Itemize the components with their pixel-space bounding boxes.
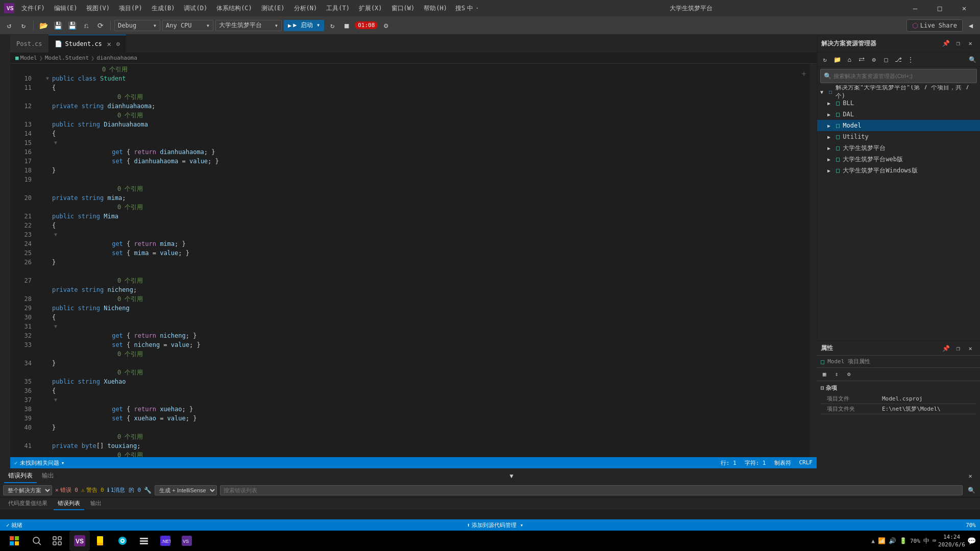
ime-dot[interactable]: · xyxy=(475,5,479,12)
error-search-input[interactable] xyxy=(220,485,963,495)
redo-icon[interactable]: ⟳ xyxy=(94,19,107,32)
taskbar-tools-icon[interactable] xyxy=(134,531,154,551)
maximize-button[interactable]: □ xyxy=(928,0,951,16)
refresh-icon[interactable]: ↺ xyxy=(3,19,15,32)
menu-architecture[interactable]: 体系结构(C) xyxy=(212,2,256,15)
undo-icon[interactable]: ⎌ xyxy=(80,19,92,32)
tab-close-button[interactable]: ✕ xyxy=(105,40,113,48)
se-folder-icon[interactable]: 📁 xyxy=(831,54,843,65)
menu-tools[interactable]: 工具(T) xyxy=(322,2,354,15)
prop-sort-btn[interactable]: ⇕ xyxy=(831,369,842,380)
tree-item-platform-web[interactable]: ▶ □ 大学生筑梦平台web版 xyxy=(817,154,980,165)
status-git[interactable]: ✓ 就绪 xyxy=(4,521,24,529)
menu-project[interactable]: 项目(P) xyxy=(115,2,146,15)
breadcrumb-field[interactable]: dianhuahaoma xyxy=(96,55,137,61)
taskbar-net-icon[interactable]: .NET xyxy=(155,531,176,551)
stop-icon[interactable]: ■ xyxy=(340,19,353,32)
tab-settings-icon[interactable]: ⚙ xyxy=(116,40,120,47)
open-icon[interactable]: 📂 xyxy=(37,19,50,32)
add-line-button[interactable]: + xyxy=(801,69,806,79)
prop-close-button[interactable]: ✕ xyxy=(965,343,976,354)
taskbar-clock[interactable]: 14:24 2020/6/6 xyxy=(938,533,965,549)
warning-count-badge[interactable]: ⚠ 警告 0 xyxy=(81,486,104,494)
refresh-btn2[interactable]: ↻ xyxy=(326,19,338,32)
warning-chevron[interactable]: ▾ xyxy=(61,460,65,466)
tree-item-utility[interactable]: ▶ □ Utility xyxy=(817,131,980,142)
fold-icon-31[interactable]: ▼ xyxy=(52,323,59,330)
se-home-icon[interactable]: ⌂ xyxy=(844,54,855,65)
breadcrumb-model-student[interactable]: Model.Student xyxy=(45,55,89,61)
close-button[interactable]: ✕ xyxy=(952,0,976,16)
forward-icon[interactable]: ↻ xyxy=(17,19,30,32)
taskbar-file-icon[interactable] xyxy=(91,531,111,551)
prop-pages-btn[interactable]: ⚙ xyxy=(843,369,854,380)
menu-test[interactable]: 测试(E) xyxy=(257,2,289,15)
menu-file[interactable]: 文件(F) xyxy=(17,2,49,15)
ime-icon[interactable]: 搜S xyxy=(455,4,465,13)
prop-section-collapse[interactable]: ⊟ xyxy=(821,385,824,391)
se-sync-icon[interactable]: ↻ xyxy=(819,54,830,65)
bottom-tab-output[interactable]: 输出 xyxy=(38,469,58,483)
se-git-icon[interactable]: ⎇ xyxy=(893,54,904,65)
pin-button[interactable]: 📌 xyxy=(940,38,951,49)
tree-item-dal[interactable]: ▶ □ DAL xyxy=(817,109,980,120)
debug-config-dropdown[interactable]: Debug ▾ xyxy=(114,20,160,31)
menu-debug[interactable]: 调试(D) xyxy=(180,2,211,15)
settings-icon[interactable]: ⚙ xyxy=(380,19,392,32)
scope-select[interactable]: 整个解决方案 xyxy=(3,485,52,495)
ime-zh-taskbar[interactable]: 中 xyxy=(923,537,929,545)
close-panel-button[interactable]: ✕ xyxy=(965,38,976,49)
prop-float-button[interactable]: ❐ xyxy=(952,343,964,354)
se-properties-icon[interactable]: ⚙ xyxy=(868,54,879,65)
se-collapse-icon[interactable]: ⮂ xyxy=(856,54,867,65)
cpu-config-dropdown[interactable]: Any CPU ▾ xyxy=(162,20,213,31)
menu-view[interactable]: 视图(V) xyxy=(82,2,114,15)
info-count-badge[interactable]: ℹ 1消息 的 0 xyxy=(107,486,141,494)
prop-category-btn[interactable]: ▦ xyxy=(819,369,830,380)
error-count-badge[interactable]: ✕ 错误 0 xyxy=(55,486,78,494)
bottom-panel-collapse[interactable]: ▼ xyxy=(506,470,517,482)
taskbar-search[interactable] xyxy=(27,531,47,551)
tray-expand-icon[interactable]: ▲ xyxy=(871,538,875,544)
taskbar-vs-icon[interactable]: VS xyxy=(69,531,90,551)
tree-item-platform-win[interactable]: ▶ □ 大学生筑梦平台Windows版 xyxy=(817,165,980,176)
code-content[interactable]: 0 个引用 ▼ public class Student { 0 个引用 pri… xyxy=(36,64,810,457)
breadcrumb-model[interactable]: ■ Model xyxy=(15,55,37,61)
fold-icon-23[interactable]: ▼ xyxy=(52,231,59,238)
editor-scrollbar[interactable] xyxy=(810,64,817,457)
solution-search-input[interactable] xyxy=(834,73,973,79)
solution-root[interactable]: ▼ ☐ 解决方案"大学生筑梦平台"(第 7 个项目，共 7 个) xyxy=(817,86,980,97)
sub-tab-output[interactable]: 输出 xyxy=(86,497,106,510)
taskbar-code-icon[interactable]: VS xyxy=(177,531,197,551)
menu-analyze[interactable]: 分析(N) xyxy=(290,2,322,15)
status-issues[interactable]: ✔ 未找到相关问题 ▾ xyxy=(14,459,64,467)
sub-tab-errors[interactable]: 错误列表 xyxy=(54,497,84,510)
filter-mode-select[interactable]: 生成 + IntelliSense xyxy=(155,485,217,495)
minimize-button[interactable]: – xyxy=(903,0,927,16)
prop-pin-button[interactable]: 📌 xyxy=(940,343,951,354)
sub-tab-metrics[interactable]: 代码度量值结果 xyxy=(4,497,52,510)
extra-btn[interactable]: ◀ xyxy=(965,19,977,32)
live-share-button[interactable]: ⬡ Live Share xyxy=(906,19,963,32)
menu-window[interactable]: 窗口(W) xyxy=(387,2,419,15)
menu-edit[interactable]: 编辑(E) xyxy=(50,2,82,15)
tree-item-platform[interactable]: ▶ □ 大学生筑梦平台 xyxy=(817,142,980,154)
tab-post-cs[interactable]: Post.cs xyxy=(10,35,48,53)
error-search-icon[interactable]: 🔍 xyxy=(966,485,977,496)
ime-zh[interactable]: 中 xyxy=(467,4,473,13)
taskbar-browser-icon[interactable] xyxy=(112,531,133,551)
se-filter-icon[interactable]: ⋮ xyxy=(905,54,916,65)
fold-icon-37[interactable]: ▼ xyxy=(52,396,59,404)
fold-icon-15[interactable]: ▼ xyxy=(52,139,59,146)
save-all-icon[interactable]: 💾 xyxy=(66,19,78,32)
fold-icon-10[interactable]: ▼ xyxy=(44,75,51,82)
menu-extensions[interactable]: 扩展(X) xyxy=(355,2,386,15)
float-button[interactable]: ❐ xyxy=(952,38,964,49)
save-icon[interactable]: 💾 xyxy=(52,19,64,32)
taskbar-task-view[interactable] xyxy=(47,531,67,551)
tab-student-cs[interactable]: 📄 Student.cs ✕ ⚙ xyxy=(48,35,126,53)
bottom-panel-close[interactable]: ✕ xyxy=(965,470,976,482)
tree-item-model[interactable]: ▶ □ Model xyxy=(817,120,980,131)
se-preview-icon[interactable]: □ xyxy=(880,54,892,65)
status-source-control[interactable]: ⬆ 添加到源代码管理 ▾ xyxy=(464,521,525,529)
